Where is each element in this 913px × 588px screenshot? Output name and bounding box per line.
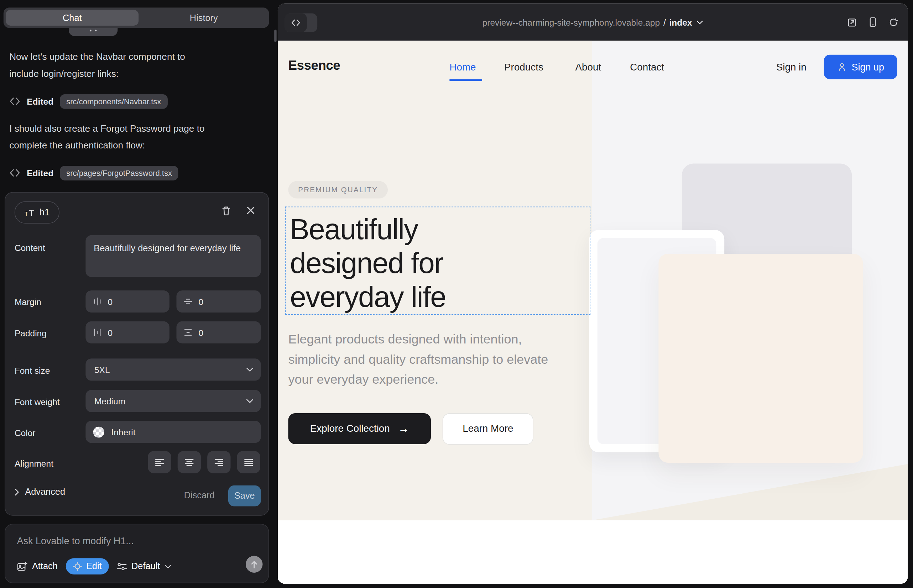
align-center-button[interactable] xyxy=(178,451,201,473)
content-label: Content xyxy=(15,243,45,253)
discard-button[interactable]: Discard xyxy=(184,490,215,501)
font-weight-label: Font weight xyxy=(15,397,60,407)
color-swatch xyxy=(93,426,104,438)
hero-paragraph: Elegant products designed with intention… xyxy=(288,330,575,390)
align-justify-button[interactable] xyxy=(237,451,260,473)
site-logo[interactable]: Essence xyxy=(288,58,340,74)
edited-label: Edited xyxy=(27,168,53,178)
url-host: preview--charming-site-symphony.lovable.… xyxy=(482,17,660,27)
attach-image-icon xyxy=(17,561,27,571)
chevron-down-icon xyxy=(165,564,171,568)
font-weight-select[interactable]: Medium xyxy=(86,390,261,412)
url-path: index xyxy=(669,17,692,27)
element-tag-badge: TT h1 xyxy=(15,202,60,223)
text-type-icon: TT xyxy=(24,207,34,218)
file-badge[interactable]: src/components/Navbar.tsx xyxy=(60,94,167,108)
preview-toolbar: preview--charming-site-symphony.lovable.… xyxy=(278,3,908,41)
preview-url[interactable]: preview--charming-site-symphony.lovable.… xyxy=(482,3,703,41)
padding-x-input[interactable]: 0 xyxy=(86,321,169,344)
learn-more-button[interactable]: Learn More xyxy=(443,413,533,444)
font-size-select[interactable]: 5XL xyxy=(86,359,261,381)
padding-label: Padding xyxy=(15,328,47,338)
chevron-down-icon xyxy=(697,20,703,24)
align-right-button[interactable] xyxy=(207,451,230,473)
chat-message: Now let's update the Navbar component to… xyxy=(9,48,214,82)
edited-file-row[interactable]: Edited src/components/Navbar.tsx xyxy=(9,93,167,110)
advanced-toggle[interactable]: Advanced xyxy=(15,486,65,497)
padding-vertical-icon xyxy=(183,328,193,337)
code-icon xyxy=(9,97,20,105)
edited-label: Edited xyxy=(27,97,53,107)
user-icon xyxy=(837,62,847,71)
element-editor-panel: TT h1 Content Beautifully designed for e… xyxy=(5,192,269,516)
align-left-button[interactable] xyxy=(148,451,171,473)
scrollbar-thumb[interactable] xyxy=(274,29,277,42)
selected-element-outline[interactable]: Beautifully designed for everyday life xyxy=(285,207,590,315)
open-external-icon[interactable] xyxy=(847,17,857,27)
arrow-right-icon: → xyxy=(398,422,409,435)
close-panel-button[interactable] xyxy=(246,206,255,215)
nav-link-products[interactable]: Products xyxy=(504,61,543,73)
chat-history-tabbar: Chat History xyxy=(3,8,269,28)
file-badge[interactable]: src/pages/ForgotPassword.tsx xyxy=(60,165,178,180)
hero-heading[interactable]: Beautifully designed for everyday life xyxy=(290,213,511,314)
chevron-right-icon xyxy=(15,488,19,496)
code-icon xyxy=(291,19,301,26)
app: Chat History Now let's update the Navbar… xyxy=(0,0,913,588)
preview-window: preview--charming-site-symphony.lovable.… xyxy=(278,3,908,584)
nav-active-underline xyxy=(449,79,482,81)
refresh-icon[interactable] xyxy=(889,17,898,27)
chevron-down-icon xyxy=(246,367,254,372)
edited-file-row[interactable]: Edited src/pages/ForgotPassword.tsx xyxy=(9,165,178,181)
padding-horizontal-icon xyxy=(92,328,102,337)
margin-x-input[interactable]: 0 xyxy=(86,291,169,312)
margin-horizontal-icon xyxy=(92,297,102,306)
nav-link-home[interactable]: Home xyxy=(449,61,476,73)
mode-selector[interactable]: Default xyxy=(117,561,171,571)
sliders-icon xyxy=(117,562,127,571)
mobile-view-icon[interactable] xyxy=(869,17,877,27)
chat-message: I should also create a Forgot Password p… xyxy=(9,120,214,154)
content-textarea[interactable]: Beautifully designed for everyday life xyxy=(86,235,261,277)
nav-link-contact[interactable]: Contact xyxy=(630,61,664,73)
premium-quality-badge: PREMIUM QUALITY xyxy=(288,181,388,199)
margin-label: Margin xyxy=(15,297,41,307)
save-button[interactable]: Save xyxy=(228,486,261,507)
site-section-below xyxy=(278,520,908,584)
padding-y-input[interactable]: 0 xyxy=(176,321,261,344)
attach-button[interactable]: Attach xyxy=(17,561,57,571)
arrow-up-icon xyxy=(250,560,258,569)
tab-chat[interactable]: Chat xyxy=(6,10,139,26)
sign-up-button[interactable]: Sign up xyxy=(824,55,897,79)
nav-link-about[interactable]: About xyxy=(575,61,601,73)
tab-history[interactable]: History xyxy=(139,8,269,28)
decor-cream-card xyxy=(659,254,863,463)
color-input[interactable]: Inherit xyxy=(86,421,261,443)
code-view-toggle[interactable] xyxy=(285,13,307,32)
alignment-label: Alignment xyxy=(15,459,53,469)
margin-vertical-icon xyxy=(183,297,193,306)
font-size-label: Font size xyxy=(15,365,50,375)
url-separator: / xyxy=(664,17,666,27)
delete-element-button[interactable] xyxy=(221,205,231,216)
margin-y-input[interactable]: 0 xyxy=(176,291,261,312)
send-button[interactable] xyxy=(246,556,262,573)
site-canvas: Essence Home Products About Contact Sign… xyxy=(278,40,908,584)
chat-composer[interactable]: Ask Lovable to modify H1... Attach Edit xyxy=(5,524,269,583)
edit-mode-button[interactable]: Edit xyxy=(66,558,109,575)
composer-input[interactable]: Ask Lovable to modify H1... xyxy=(17,535,134,546)
chevron-down-icon xyxy=(246,399,254,403)
color-label: Color xyxy=(15,428,36,438)
sign-in-link[interactable]: Sign in xyxy=(776,61,806,73)
view-toggle[interactable] xyxy=(285,13,317,32)
target-icon xyxy=(73,562,82,571)
scrolled-message-pill xyxy=(69,28,118,36)
code-icon xyxy=(9,169,20,177)
element-tag-label: h1 xyxy=(39,207,50,218)
explore-collection-button[interactable]: Explore Collection → xyxy=(288,413,431,444)
